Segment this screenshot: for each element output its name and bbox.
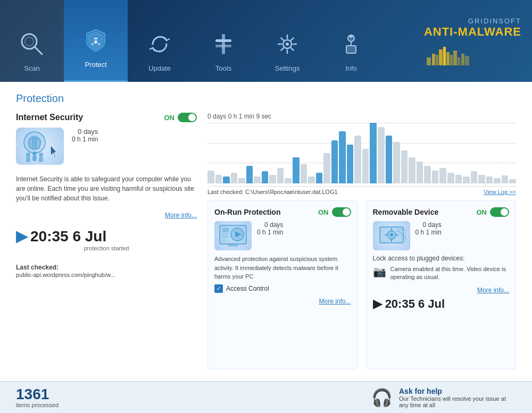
nav-info-label: Info (345, 64, 357, 72)
nav-info[interactable]: Info (319, 0, 383, 82)
help-text: Ask for help Our Technicians will resolv… (399, 387, 516, 408)
protection-started-label: protection started (16, 245, 197, 251)
svg-point-3 (94, 40, 97, 44)
nav-scan[interactable]: Scan (0, 0, 64, 82)
on-run-body: 0 days 0 h 1 min (214, 221, 351, 250)
tools-icon (207, 28, 239, 60)
on-run-header: On-Run Protection ON (214, 207, 351, 217)
svg-rect-18 (436, 55, 438, 65)
svg-rect-19 (439, 49, 443, 65)
access-control-checkbox[interactable]: ✓ (214, 284, 223, 293)
chart-bar (269, 175, 276, 183)
chart-bar (463, 176, 470, 183)
camera-icon: 📷 (373, 265, 386, 278)
scan-icon (16, 28, 48, 60)
removable-days: 0 days (415, 221, 442, 229)
chart-bar (301, 164, 307, 183)
internet-security-image (16, 128, 64, 165)
city-icon (424, 39, 477, 65)
chart-bar (308, 176, 315, 183)
removable-more-info[interactable]: More info... (477, 286, 509, 294)
protection-started-time: 20:35 6 Jul (30, 228, 106, 245)
nav-tools[interactable]: Tools (192, 0, 255, 82)
svg-line-2 (35, 47, 42, 54)
internet-security-time: 0 days 0 h 1 min (72, 128, 98, 143)
svg-point-45 (390, 233, 393, 237)
svg-rect-26 (465, 56, 469, 65)
removable-play-icon: ▶ (373, 297, 385, 310)
chart-bar (447, 173, 454, 183)
nav-protect[interactable]: Protect (64, 0, 128, 82)
chart-section: 0 days 0 h 1 min 9 sec Last checked: C:\… (207, 113, 516, 195)
chart-bar (409, 157, 415, 183)
chart-bar (401, 150, 408, 183)
svg-point-1 (25, 37, 34, 46)
chart-footer: Last checked: C:\Users\Ярослав\ntuser.da… (207, 189, 516, 195)
is-days: 0 days (72, 128, 98, 136)
chart-bar (424, 166, 431, 183)
on-run-toggle[interactable] (332, 207, 351, 217)
items-count: 1361 (16, 387, 59, 402)
nav-update-label: Update (148, 64, 171, 72)
svg-point-5 (98, 43, 100, 45)
chart-bar (455, 175, 462, 183)
nav-update[interactable]: Update (128, 0, 192, 82)
svg-rect-20 (443, 47, 446, 65)
svg-point-31 (32, 151, 37, 156)
chart-bar (471, 171, 478, 183)
content-grid: Internet Security ON (16, 113, 516, 369)
svg-rect-22 (450, 55, 453, 65)
brand-title: ANTI-MALWARE (424, 25, 521, 39)
svg-rect-38 (222, 233, 229, 235)
chart-bar (254, 176, 261, 183)
removable-time-val: 0 h 1 min (415, 229, 442, 236)
svg-rect-25 (461, 54, 464, 65)
on-run-more-info[interactable]: More info... (319, 298, 351, 305)
chart-bar (223, 176, 230, 183)
svg-rect-17 (432, 54, 435, 65)
nav-settings[interactable]: Settings (255, 0, 319, 82)
internet-security-illustration (19, 129, 61, 164)
chart-bar (339, 131, 346, 183)
removable-device-card: Removable Device ON (366, 200, 517, 369)
svg-point-13 (350, 35, 353, 38)
on-run-days: 0 days (257, 221, 283, 229)
chart-bar (370, 123, 377, 183)
removable-body: 0 days 0 h 1 min (373, 221, 510, 250)
on-run-status: ON (318, 208, 329, 216)
on-run-image (214, 221, 252, 250)
nav-protect-label: Protect (85, 61, 106, 69)
on-run-desc: Advanced protection against suspicious s… (214, 255, 351, 281)
svg-rect-42 (228, 244, 238, 247)
page-title: Protection (16, 92, 516, 105)
on-run-toggle-container: ON (318, 207, 351, 217)
chart-bar (417, 162, 423, 183)
chart-bar (347, 145, 354, 183)
removable-toggle[interactable] (490, 207, 509, 217)
chart-bar (386, 136, 393, 183)
toggle-container: ON (164, 113, 197, 122)
ptime-value: ▶20:35 6 Jul (16, 227, 197, 245)
on-run-time-val: 0 h 1 min (257, 229, 283, 236)
access-control-row: ✓ Access Control (214, 284, 351, 293)
settings-icon (271, 28, 303, 60)
removable-time: 0 days 0 h 1 min (415, 221, 442, 236)
internet-security-more-info[interactable]: More info... (165, 212, 197, 219)
left-panel: Internet Security ON (16, 113, 197, 369)
svg-rect-34 (39, 157, 43, 162)
removable-header: Removable Device ON (373, 207, 510, 217)
help-title: Ask for help (399, 387, 516, 395)
nav-settings-label: Settings (275, 64, 300, 72)
chart-timer: 0 days 0 h 1 min 9 sec (207, 113, 516, 120)
update-icon (144, 28, 176, 60)
view-log-link[interactable]: View Log >> (484, 189, 516, 195)
svg-point-29 (26, 153, 30, 157)
chart-bar (207, 171, 214, 183)
protect-icon (80, 24, 112, 56)
chart-bar (246, 166, 253, 183)
chart-bar (285, 178, 292, 183)
internet-security-toggle[interactable] (178, 113, 197, 122)
removable-started-time: 20:35 6 Jul (385, 297, 445, 310)
chart-bar (494, 178, 501, 183)
svg-point-33 (39, 153, 43, 157)
